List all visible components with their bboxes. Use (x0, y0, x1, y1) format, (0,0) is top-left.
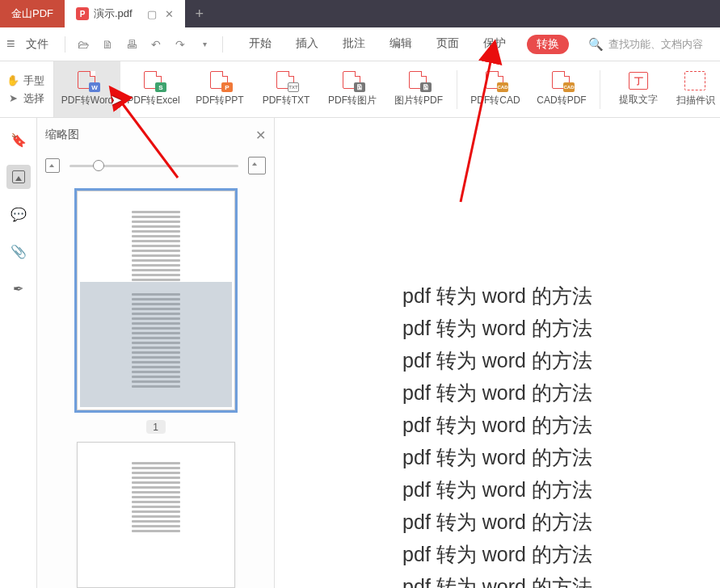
pointer-icon: ➤ (6, 92, 19, 105)
select-tool-label: 选择 (23, 91, 44, 106)
thumbnail-panel: 缩略图 ✕ (37, 118, 275, 588)
signature-panel-button[interactable]: ✒ (6, 276, 31, 300)
thumb-content-preview (132, 462, 180, 535)
pdf-to-image-button[interactable]: 🖻 PDF转图片 (319, 61, 385, 117)
side-icon-bar: 🔖 💬 📎 ✒ (0, 118, 37, 588)
title-bar: 金山PDF P 演示.pdf ▢ ✕ + (0, 0, 720, 27)
extract-text-button[interactable]: 丁 提取文字 (605, 61, 672, 117)
convert-toolbar: ✋ 手型 ➤ 选择 W PDF转Word S PDF转Excel P PDF转P… (0, 61, 720, 118)
cad-to-pdf-label: CAD转PDF (537, 94, 586, 107)
small-thumb-icon[interactable] (45, 158, 60, 173)
thumbnail-panel-button[interactable] (6, 165, 31, 189)
document-text: pdf 转为 word 的方法pdf 转为 word 的方法pdf 转为 wor… (402, 279, 592, 588)
restore-icon[interactable]: ▢ (147, 8, 157, 20)
extract-text-icon: 丁 (629, 72, 648, 90)
thumbnail-page-number: 1 (146, 420, 166, 434)
comment-panel-button[interactable]: 💬 (6, 202, 31, 226)
close-panel-icon[interactable]: ✕ (255, 128, 266, 143)
image-to-pdf-button[interactable]: 🖻 图片转PDF (385, 61, 452, 117)
undo-icon[interactable]: ↶ (146, 35, 166, 54)
pdf-to-cad-icon: CAD (484, 71, 507, 90)
thumb-content-preview (132, 211, 180, 390)
attachment-panel-button[interactable]: 📎 (6, 239, 31, 263)
attach-icon: 📎 (11, 244, 27, 259)
tab-insert[interactable]: 插入 (293, 35, 322, 54)
tab-convert[interactable]: 转换 (527, 35, 569, 54)
print-icon[interactable]: 🖶 (122, 35, 141, 54)
menu-tabs: 开始 插入 批注 编辑 页面 保护 转换 (246, 35, 569, 54)
thumbnail-zoom-control (45, 152, 266, 186)
scan-ocr-label: 扫描件识 (676, 94, 715, 107)
app-title-tab: 金山PDF (0, 0, 65, 27)
file-menu[interactable]: 文件 (26, 37, 48, 52)
tab-page[interactable]: 页面 (433, 35, 462, 54)
hand-tool[interactable]: ✋ 手型 (6, 74, 53, 88)
thumbnail-page-1[interactable] (77, 191, 235, 410)
pdf-to-ppt-button[interactable]: P PDF转PPT (187, 61, 253, 117)
sign-icon: ✒ (13, 281, 23, 296)
cursor-mode-group: ✋ 手型 ➤ 选择 (0, 61, 54, 117)
tab-start[interactable]: 开始 (246, 35, 275, 54)
search-icon: 🔍 (588, 37, 604, 52)
pdf-to-image-label: PDF转图片 (328, 94, 377, 107)
comment-icon: 💬 (11, 207, 27, 222)
document-tab[interactable]: P 演示.pdf ▢ ✕ (65, 0, 185, 27)
new-tab-button[interactable]: + (185, 0, 214, 27)
menu-icon[interactable] (6, 36, 21, 52)
document-tab-label: 演示.pdf (94, 6, 133, 21)
hand-icon: ✋ (6, 74, 19, 87)
close-tab-icon[interactable]: ✕ (165, 8, 174, 20)
save-icon[interactable]: 🗎 (98, 35, 117, 54)
tab-annotate[interactable]: 批注 (339, 35, 368, 54)
extract-text-label: 提取文字 (619, 93, 658, 107)
pdf-to-word-label: PDF转Word (61, 94, 113, 107)
cad-to-pdf-icon: CAD (550, 71, 573, 90)
conversion-tools: W PDF转Word S PDF转Excel P PDF转PPT TXT PDF… (54, 61, 720, 117)
bookmark-icon: 🔖 (11, 132, 27, 148)
document-view[interactable]: pdf 转为 word 的方法pdf 转为 word 的方法pdf 转为 wor… (275, 118, 720, 588)
search-box[interactable]: 🔍 查找功能、文档内容 (588, 37, 703, 52)
pdf-to-ppt-icon: P (208, 71, 231, 90)
main-area: 🔖 💬 📎 ✒ 缩略图 ✕ (0, 118, 720, 588)
pdf-to-word-icon: W (76, 71, 99, 90)
pdf-to-excel-label: PDF转Excel (127, 94, 179, 107)
select-tool[interactable]: ➤ 选择 (6, 91, 53, 106)
pdf-to-excel-icon: S (142, 71, 165, 90)
redo-icon[interactable]: ↷ (171, 35, 190, 54)
search-placeholder: 查找功能、文档内容 (608, 37, 703, 52)
hand-tool-label: 手型 (23, 74, 44, 88)
pdf-to-txt-button[interactable]: TXT PDF转TXT (253, 61, 319, 117)
pdf-to-cad-button[interactable]: CAD PDF转CAD (462, 61, 528, 117)
tab-edit[interactable]: 编辑 (386, 35, 415, 54)
image-to-pdf-icon: 🖻 (407, 71, 430, 90)
pdf-to-ppt-label: PDF转PPT (196, 94, 243, 107)
thumbnail-page-2[interactable] (77, 442, 235, 588)
dropdown-icon[interactable]: ▾ (195, 35, 214, 54)
cad-to-pdf-button[interactable]: CAD CAD转PDF (528, 61, 595, 117)
image-to-pdf-label: 图片转PDF (394, 94, 443, 107)
app-name: 金山PDF (11, 6, 53, 21)
pdf-doc-icon: P (76, 7, 89, 20)
scan-ocr-icon (684, 71, 707, 90)
pdf-to-cad-label: PDF转CAD (470, 94, 520, 107)
scan-ocr-button[interactable]: 扫描件识 (672, 61, 720, 117)
pdf-to-txt-label: PDF转TXT (263, 94, 310, 107)
thumbnail-panel-title: 缩略图 (45, 128, 79, 142)
pdf-to-excel-button[interactable]: S PDF转Excel (120, 61, 187, 117)
bookmark-panel-button[interactable]: 🔖 (6, 128, 31, 152)
pdf-to-image-icon: 🖻 (341, 71, 364, 90)
menu-bar: 文件 🗁 🗎 🖶 ↶ ↷ ▾ 开始 插入 批注 编辑 页面 保护 转换 🔍 查找… (0, 27, 720, 61)
thumbnail-list: 1 (45, 186, 266, 588)
thumbnail-zoom-slider[interactable] (69, 165, 238, 167)
pdf-to-txt-icon: TXT (275, 71, 297, 90)
large-thumb-icon[interactable] (248, 157, 266, 174)
tab-protect[interactable]: 保护 (480, 35, 509, 54)
cursor-overlay: ➤ (110, 91, 122, 109)
image-icon (12, 170, 25, 183)
open-folder-icon[interactable]: 🗁 (74, 35, 93, 54)
